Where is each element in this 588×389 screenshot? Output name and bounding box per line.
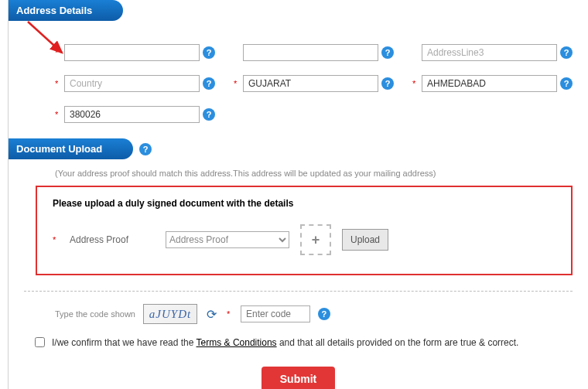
required-mark: * (55, 79, 61, 88)
confirm-checkbox[interactable] (35, 337, 45, 347)
file-dropzone[interactable]: + (300, 224, 331, 255)
help-icon[interactable]: ? (318, 308, 330, 320)
document-note: (Your address proof should match this ad… (9, 159, 588, 186)
country-field: * ? (55, 75, 215, 92)
upload-button[interactable]: Upload (342, 229, 388, 251)
address-line3-input[interactable] (422, 44, 557, 61)
address-line3-field: ? (412, 44, 573, 61)
pincode-input[interactable] (64, 106, 200, 123)
separator (24, 291, 573, 292)
terms-link[interactable]: Terms & Conditions (197, 337, 277, 348)
help-icon[interactable]: ? (560, 77, 573, 90)
city-field: * ? (412, 75, 573, 92)
address-proof-select[interactable]: Address Proof (166, 231, 289, 248)
plus-icon: + (312, 232, 320, 248)
help-icon[interactable]: ? (203, 77, 215, 90)
captcha-input[interactable] (241, 305, 310, 322)
required-mark: * (412, 79, 419, 88)
help-icon[interactable]: ? (560, 46, 573, 59)
captcha-row: Type the code shown aJUYDt ⟳ * ? (9, 304, 588, 335)
submit-button[interactable]: Submit (262, 367, 335, 389)
required-mark: * (234, 79, 240, 88)
address-form-grid: * ? ? ? * ? * ? * ? * (9, 21, 588, 138)
address-line2-field: ? (234, 44, 394, 61)
address-line1-field: * ? (55, 44, 215, 61)
state-field: * ? (234, 75, 394, 92)
pincode-field: * ? (55, 106, 215, 123)
help-icon[interactable]: ? (203, 46, 215, 59)
refresh-icon[interactable]: ⟳ (205, 307, 219, 321)
confirm-text-post: and that all details provided on the for… (277, 337, 519, 348)
address-line2-input[interactable] (243, 44, 378, 61)
upload-box: Please upload a duly signed document wit… (36, 186, 573, 275)
confirm-text-pre: I/we confirm that we have read the (52, 337, 197, 348)
confirm-row: I/we confirm that we have read the Terms… (9, 335, 588, 350)
upload-title: Please upload a duly signed document wit… (53, 198, 556, 209)
document-upload-header: Document Upload (9, 138, 133, 159)
required-mark: * (53, 235, 59, 244)
help-icon[interactable]: ? (381, 46, 394, 59)
captcha-image: aJUYDt (143, 304, 197, 324)
state-input[interactable] (243, 75, 378, 92)
address-details-header: Address Details (9, 0, 123, 21)
address-line1-input[interactable] (64, 44, 200, 61)
help-icon[interactable]: ? (203, 108, 215, 121)
captcha-label: Type the code shown (55, 309, 135, 319)
address-proof-label: Address Proof (70, 234, 155, 245)
city-input[interactable] (422, 75, 557, 92)
required-mark: * (55, 110, 61, 119)
required-mark: * (55, 48, 61, 57)
help-icon[interactable]: ? (381, 77, 394, 90)
country-input[interactable] (64, 75, 200, 92)
help-icon[interactable]: ? (139, 143, 152, 155)
required-mark: * (227, 309, 233, 319)
